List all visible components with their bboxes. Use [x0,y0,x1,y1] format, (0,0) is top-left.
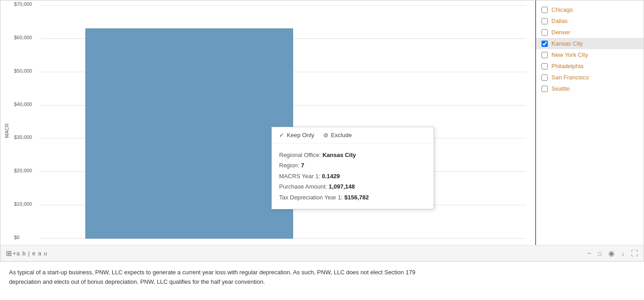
filter-checkbox-kansas-city[interactable] [541,41,548,47]
keep-only-action[interactable]: ✓ Keep Only [279,132,314,138]
filter-label-seattle: Seattle [551,85,569,92]
tooltip-field-1: Region: 7 [279,160,426,171]
filter-label-kansas-city: Kansas City [551,40,583,47]
filter-label-new-york-city: New York City [551,51,588,58]
filter-label-san-francisco: San Francisco [551,74,589,81]
download-icon[interactable]: ↓ [621,249,625,258]
filter-item-san-francisco[interactable]: San Francisco [536,72,644,83]
y-label-30k: $30,000 [14,134,32,140]
tooltip-field-3: Purchase Amount: 1,097,148 [279,181,426,192]
y-label-70k: $70,000 [14,1,32,7]
toolbar-icons: − ⌂ ◉ ↓ ⛶ [587,249,638,258]
tooltip-field-4: Tax Depreciation Year 1: $156,782 [279,192,426,203]
exclude-label: Exclude [331,132,352,138]
filter-checkbox-new-york-city[interactable] [541,52,548,58]
tableau-grid-icon: ⊞ [6,249,12,258]
filter-checkbox-dallas[interactable] [541,18,548,24]
zoom-out-icon[interactable]: − [587,249,591,258]
filter-item-philadelphia[interactable]: Philadelphia [536,60,644,72]
filter-item-seattle[interactable]: Seattle [536,83,644,94]
filter-label-denver: Denver [551,29,570,36]
tooltip-label-2: MACRS Year 1: [279,173,322,180]
tooltip-field-2: MACRS Year 1: 0.1429 [279,171,426,181]
checkmark-icon: ✓ [279,132,284,138]
tableau-text: +a b | e a u [13,250,47,257]
tooltip-value-3: 1,097,148 [329,183,355,190]
tooltip-header: ✓ Keep Only ⊘ Exclude [272,127,434,143]
y-label-50k: $50,000 [14,68,32,74]
filter-item-new-york-city[interactable]: New York City [536,49,644,60]
filter-item-dallas[interactable]: Dallas [536,15,644,27]
main-container: MACR $70,000 $60,000 $50,000 $40,000 [0,0,644,300]
tooltip-label-3: Purchase Amount: [279,183,329,190]
pin-icon[interactable]: ◉ [608,249,615,258]
footer-text: As typical of a start-up business, PNW, … [0,262,452,293]
y-label-60k: $60,000 [14,35,32,40]
tooltip-value-4: $156,782 [345,194,369,201]
filter-label-philadelphia: Philadelphia [551,63,583,69]
exclude-action[interactable]: ⊘ Exclude [323,132,352,138]
keep-only-label: Keep Only [287,132,314,138]
tableau-logo: ⊞ +a b | e a u [6,249,47,258]
filter-label-dallas: Dallas [551,18,568,24]
filter-checkbox-philadelphia[interactable] [541,63,548,69]
tooltip-label-0: Regional Office: [279,152,322,158]
home-icon[interactable]: ⌂ [597,249,602,258]
y-label-10k: $10,000 [14,201,32,207]
filter-checkbox-seattle[interactable] [541,86,548,92]
y-axis-label: MACR [0,0,13,261]
tooltip-value-1: 7 [301,162,304,169]
tooltip: ✓ Keep Only ⊘ Exclude Regional Office: K… [271,127,434,209]
y-label-0: $0 [14,235,19,240]
tooltip-value-0: Kansas City [322,152,356,158]
y-label-20k: $20,000 [14,168,32,173]
y-label-40k: $40,000 [14,102,32,107]
tooltip-field-0: Regional Office: Kansas City [279,150,426,160]
filter-item-denver[interactable]: Denver [536,27,644,38]
tooltip-value-2: 0.1429 [322,173,340,180]
tableau-footer: ⊞ +a b | e a u − ⌂ ◉ ↓ ⛶ [0,245,644,261]
filter-checkbox-chicago[interactable] [541,7,548,13]
fullscreen-icon[interactable]: ⛶ [631,249,638,258]
tooltip-label-1: Region: [279,162,301,169]
filter-label-chicago: Chicago [551,6,573,13]
filter-item-chicago[interactable]: Chicago [536,4,644,15]
exclude-icon: ⊘ [323,132,328,138]
tooltip-label-4: Tax Depreciation Year 1: [279,194,345,201]
chart-area: MACR $70,000 $60,000 $50,000 $40,000 [0,0,644,262]
filter-item-kansas-city[interactable]: Kansas City [536,38,644,49]
tooltip-body: Regional Office: Kansas City Region: 7 M… [272,143,434,209]
filter-checkbox-denver[interactable] [541,29,548,36]
filter-panel: Chicago Dallas Denver Kansas City New Yo… [535,0,644,261]
filter-checkbox-san-francisco[interactable] [541,74,548,81]
bar-kansas-city[interactable] [85,28,293,239]
